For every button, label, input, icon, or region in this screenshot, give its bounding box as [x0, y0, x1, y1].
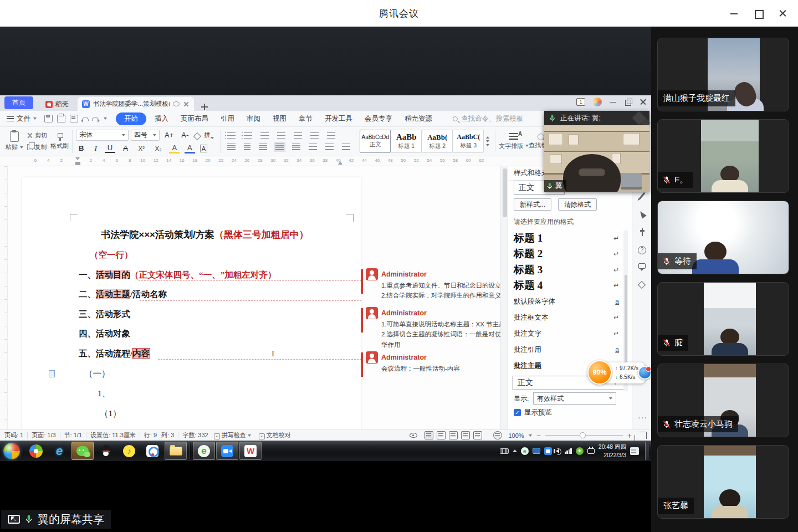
strikethrough-button[interactable]: A	[120, 144, 131, 152]
tab-close-icon[interactable]	[183, 101, 190, 108]
speaker-icon[interactable]	[556, 449, 559, 453]
ink-view-icon[interactable]	[473, 431, 482, 439]
style-heading2[interactable]: AaBb( 标题 2	[422, 130, 453, 153]
redo-icon[interactable]	[92, 117, 99, 121]
network-signal-icon[interactable]	[565, 448, 572, 454]
paragraph-options-icon[interactable]	[49, 370, 55, 377]
font-size-select[interactable]: 四号	[131, 130, 160, 141]
undo-icon[interactable]	[82, 117, 89, 121]
menu-item-view[interactable]: 视图	[267, 114, 293, 124]
wps-minimize-icon[interactable]	[610, 99, 617, 106]
participant-tile[interactable]: 满山猴子我腚最红	[657, 38, 789, 111]
wps-close-icon[interactable]	[640, 99, 647, 106]
adjust-slider-icon[interactable]	[638, 228, 646, 237]
fullscreen-icon[interactable]	[640, 432, 647, 439]
tray-screen-icon[interactable]	[533, 448, 540, 454]
style-row-default-font[interactable]: 默认段落字体 a	[514, 295, 619, 308]
align-left-icon[interactable]	[227, 144, 236, 150]
underline-button[interactable]: U	[105, 144, 115, 153]
style-row-comment-ref[interactable]: 批注引用 a	[514, 343, 619, 356]
tab-preview-icon[interactable]	[173, 101, 180, 106]
line-spacing-icon[interactable]	[309, 144, 317, 150]
gallery-down-icon[interactable]	[486, 140, 489, 142]
subscript-button[interactable]: X₂	[152, 145, 165, 152]
comment-card[interactable]: Administrator 会议流程；一般性活动-内容	[366, 351, 501, 374]
grow-font-button[interactable]: A+	[162, 131, 176, 139]
increase-indent-icon[interactable]	[277, 132, 285, 139]
border-icon[interactable]	[342, 144, 350, 150]
read-view-icon[interactable]	[449, 431, 458, 439]
new-tab-icon[interactable]	[201, 103, 208, 111]
print-icon[interactable]	[57, 115, 65, 122]
style-row-heading1[interactable]: 标题 1 ↵	[514, 231, 619, 246]
app-wechat[interactable]	[71, 442, 94, 460]
split-view-icon[interactable]: 1	[576, 98, 585, 106]
web-view-icon[interactable]	[461, 431, 470, 439]
shape-tool-icon[interactable]	[638, 281, 646, 289]
app-wps[interactable]: W	[239, 442, 262, 460]
app-file-explorer[interactable]	[165, 442, 187, 460]
maximize-icon[interactable]	[754, 8, 764, 18]
preview-checkbox-row[interactable]: ✓ 显示预览	[514, 408, 552, 417]
doc-proof-toggle[interactable]: ×文档校对	[259, 431, 291, 439]
eye-protect-icon[interactable]	[410, 433, 417, 438]
help-icon[interactable]: ?	[638, 246, 646, 254]
floating-assistant-ball[interactable]	[638, 366, 652, 380]
minimize-icon[interactable]	[729, 8, 739, 18]
distribute-icon[interactable]	[292, 144, 300, 150]
performance-ball[interactable]: 90%	[587, 360, 612, 385]
menu-item-insert[interactable]: 插入	[149, 114, 175, 124]
format-painter-button[interactable]: 格式刷	[50, 133, 69, 150]
spell-check-toggle[interactable]: ×拼写检查	[214, 431, 246, 439]
scrollbar-thumb[interactable]	[625, 275, 627, 364]
tab-home[interactable]: 首页	[4, 96, 33, 109]
menu-item-member[interactable]: 会员专享	[359, 114, 398, 124]
power-plug-icon[interactable]	[587, 448, 595, 454]
text-layout-button[interactable]: 文字排版	[499, 133, 529, 150]
style-row-heading3[interactable]: 标题 3 ↵	[514, 262, 619, 278]
zoom-slider[interactable]	[545, 435, 623, 436]
app-360-browser[interactable]: e	[193, 442, 215, 460]
speaker-video-overlay[interactable]: 正在讲话: 翼; 翼	[544, 111, 649, 192]
bold-button[interactable]: B	[76, 144, 86, 152]
menu-item-docer-res[interactable]: 稻壳资源	[398, 114, 438, 124]
tray-notes-icon[interactable]	[630, 447, 639, 455]
file-menu[interactable]: 文件	[0, 114, 42, 124]
menu-item-home[interactable]: 开始	[116, 112, 146, 125]
numbered-list-icon[interactable]	[244, 132, 252, 139]
clear-format-button[interactable]: 清除格式	[558, 198, 597, 211]
network-overlay[interactable]: ↑97.2K/s ↓6.5K/s 90%	[587, 359, 652, 386]
tab-stop-icon[interactable]	[327, 132, 335, 139]
bullet-list-icon[interactable]	[227, 132, 236, 139]
scrollbar-thumb[interactable]	[503, 168, 507, 217]
style-normal[interactable]: AaBbCcDd 正文	[360, 130, 391, 153]
more-tools-icon[interactable]: ···	[638, 413, 646, 422]
print-preview-icon[interactable]	[70, 115, 78, 122]
app-tencent-meeting[interactable]	[216, 442, 238, 460]
vertical-ruler[interactable]	[0, 166, 8, 429]
comment-card[interactable]: Administrator 1.可简单直接说明活动名称主题：XX 节主题活动 2…	[366, 307, 501, 350]
participant-tile[interactable]: 壮志凌云小马驹	[657, 364, 789, 437]
zoom-out-icon[interactable]: −	[536, 431, 541, 440]
comment-card[interactable]: Administrator 1.重点参考通知文件、节日和纪念日的设立意义 2.结…	[366, 268, 501, 301]
menu-item-page-layout[interactable]: 页面布局	[175, 114, 214, 124]
fit-page-icon[interactable]	[493, 431, 502, 439]
right-indent-marker[interactable]	[338, 161, 342, 165]
menu-item-dev-tools[interactable]: 开发工具	[319, 114, 359, 124]
start-button[interactable]	[3, 443, 20, 459]
pinyin-button[interactable]: 拼	[201, 131, 217, 139]
highlight-color-button[interactable]: A	[169, 144, 180, 154]
more-chevron-icon[interactable]	[104, 117, 107, 120]
gallery-more-icon[interactable]	[486, 144, 489, 146]
cut-button[interactable]: 剪切	[27, 131, 47, 140]
tray-antivirus-icon[interactable]: +	[576, 447, 584, 455]
document-scrollbar[interactable]	[500, 166, 508, 429]
zoom-value[interactable]: 100%	[508, 432, 524, 439]
left-indent-marker[interactable]	[75, 162, 80, 165]
skin-theme-icon[interactable]	[593, 98, 602, 106]
checkbox-checked-icon[interactable]: ✓	[514, 409, 521, 416]
page-view-icon[interactable]	[424, 431, 433, 439]
app-blue-circle[interactable]	[141, 442, 163, 460]
app-360-pinwheel[interactable]	[25, 442, 47, 460]
app-qq-music[interactable]: ♪	[118, 442, 140, 460]
